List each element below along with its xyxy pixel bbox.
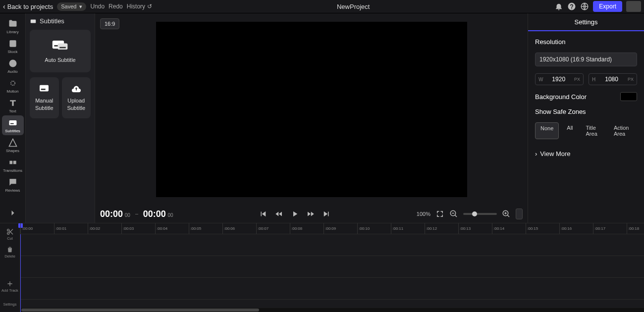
- resolution-title: Resolution: [535, 38, 637, 46]
- total-time: 00:00 00: [143, 209, 173, 219]
- sidebar-item-audio[interactable]: Audio: [2, 56, 24, 76]
- ruler-tick: :00:05: [189, 223, 222, 234]
- height-input[interactable]: H 1080 PX: [589, 73, 637, 85]
- timeline-track[interactable]: [20, 278, 644, 300]
- add-track-button[interactable]: Add Track: [0, 278, 20, 294]
- safe-zone-all[interactable]: All: [562, 122, 578, 139]
- svg-rect-1: [9, 40, 16, 47]
- saved-status[interactable]: Saved ▾: [57, 2, 86, 11]
- sidebar-item-expand[interactable]: [2, 203, 24, 223]
- timeline-track[interactable]: [20, 234, 644, 256]
- timeline-body[interactable]: :00:00 :00:01 :00:02 :00:03 :00:04 :00:0…: [20, 223, 644, 312]
- back-to-projects-button[interactable]: ‹ Back to projects: [3, 2, 53, 10]
- subtitles-icon: [8, 118, 18, 128]
- sidebar-item-shapes[interactable]: Shapes: [2, 135, 24, 155]
- chevron-right-icon: ›: [535, 150, 537, 157]
- ruler-tick: :00:00: [20, 223, 54, 234]
- sidebar-item-transitions[interactable]: Transitions: [2, 155, 24, 175]
- zoom-out-icon[interactable]: [449, 209, 458, 218]
- timeline-scrollbar[interactable]: [20, 308, 644, 312]
- ruler-tick: :00:03: [121, 223, 155, 234]
- skip-start-icon[interactable]: [259, 209, 268, 218]
- ruler-tick: :00:07: [256, 223, 290, 234]
- sidebar-item-stock[interactable]: Stock: [2, 36, 24, 56]
- reviews-icon: [8, 177, 18, 187]
- svg-point-3: [10, 81, 14, 85]
- sidebar-item-text[interactable]: Text: [2, 96, 24, 115]
- redo-button[interactable]: Redo: [108, 3, 123, 10]
- cut-button[interactable]: Cut: [0, 226, 20, 242]
- bg-color-title: Background Color: [535, 93, 587, 101]
- help-icon[interactable]: [567, 2, 576, 11]
- ruler-tick: :00:09: [323, 223, 357, 234]
- zoom-slider[interactable]: [463, 213, 497, 215]
- timeline-ruler[interactable]: :00:00 :00:01 :00:02 :00:03 :00:04 :00:0…: [20, 223, 644, 234]
- play-icon[interactable]: [290, 209, 299, 218]
- delete-button[interactable]: Delete: [0, 244, 20, 260]
- ruler-tick: :00:17: [593, 223, 627, 234]
- ruler-tick: :00:12: [425, 223, 458, 234]
- sidebar-item-reviews[interactable]: Reviews: [2, 175, 24, 195]
- chevron-down-icon: ▾: [79, 3, 82, 10]
- left-sidebar: Library Stock Audio Motion Text Subtitle…: [0, 13, 26, 223]
- export-button[interactable]: Export: [593, 1, 622, 12]
- folder-icon: [8, 19, 18, 29]
- auto-subtitle-icon: [52, 39, 69, 52]
- zoom-thumb[interactable]: [472, 211, 477, 216]
- timeline-tracks[interactable]: [20, 234, 644, 308]
- chevron-left-icon: ‹: [3, 2, 5, 10]
- canvas-resize-handle[interactable]: [516, 208, 523, 219]
- width-input[interactable]: W 1920 PX: [535, 73, 584, 85]
- language-icon[interactable]: [580, 2, 589, 11]
- ruler-tick: :00:13: [458, 223, 492, 234]
- audio-icon: [8, 58, 18, 68]
- history-button[interactable]: History ↺: [127, 3, 152, 10]
- ruler-tick: :00:02: [88, 223, 121, 234]
- sidebar-item-subtitles[interactable]: Subtitles: [2, 115, 24, 135]
- forward-icon[interactable]: [306, 209, 315, 218]
- timeline-settings-button[interactable]: Settings: [0, 296, 20, 312]
- preview-canvas[interactable]: [156, 22, 467, 197]
- svg-rect-13: [40, 85, 49, 92]
- safe-zone-none[interactable]: None: [535, 122, 559, 139]
- manual-subtitle-button[interactable]: Manual Subtitle: [30, 77, 59, 118]
- zoom-in-icon[interactable]: [502, 209, 511, 218]
- plus-icon: [6, 280, 14, 288]
- upload-subtitle-button[interactable]: Upload Subtitle: [62, 77, 91, 118]
- view-more-button[interactable]: › View More: [535, 150, 637, 157]
- sidebar-item-library[interactable]: Library: [2, 16, 24, 36]
- skip-end-icon[interactable]: [322, 209, 331, 218]
- svg-rect-7: [13, 160, 16, 164]
- back-label: Back to projects: [7, 3, 54, 10]
- ruler-tick: :00:11: [391, 223, 425, 234]
- undo-button[interactable]: Undo: [90, 3, 105, 10]
- safe-zones-title: Show Safe Zones: [535, 108, 637, 115]
- timeline-toolbar: Cut Delete Add Track Settings: [0, 223, 20, 312]
- svg-rect-5: [10, 123, 14, 124]
- user-menu[interactable]: [626, 1, 641, 12]
- scrollbar-thumb[interactable]: [21, 309, 259, 312]
- stock-icon: [8, 39, 18, 49]
- tab-settings[interactable]: Settings: [528, 13, 644, 31]
- playback-controls: 00:00 00 00:00 00 100%: [95, 205, 528, 223]
- ruler-tick: :00:15: [526, 223, 559, 234]
- auto-subtitle-button[interactable]: Auto Subtitle: [30, 30, 91, 72]
- aspect-ratio-button[interactable]: 16:9: [100, 18, 119, 29]
- subtitles-panel-header: Subtitles: [30, 17, 91, 25]
- safe-zone-action[interactable]: Action Area: [609, 122, 637, 139]
- project-title: NewProject: [156, 3, 550, 10]
- manual-subtitle-icon: [39, 84, 50, 93]
- svg-rect-4: [9, 120, 16, 125]
- playhead[interactable]: [20, 223, 21, 312]
- canvas-zone: [95, 13, 528, 205]
- resolution-select[interactable]: 1920x1080 (16:9 Standard): [535, 52, 637, 66]
- rewind-icon[interactable]: [274, 209, 283, 218]
- timeline-track[interactable]: [20, 256, 644, 278]
- bg-color-swatch[interactable]: [620, 92, 637, 101]
- history-icon: ↺: [147, 3, 152, 10]
- safe-zone-title[interactable]: Title Area: [581, 122, 606, 139]
- sidebar-item-motion[interactable]: Motion: [2, 76, 24, 96]
- svg-rect-6: [9, 160, 12, 164]
- fullscreen-icon[interactable]: [435, 209, 444, 218]
- notifications-icon[interactable]: [554, 2, 563, 11]
